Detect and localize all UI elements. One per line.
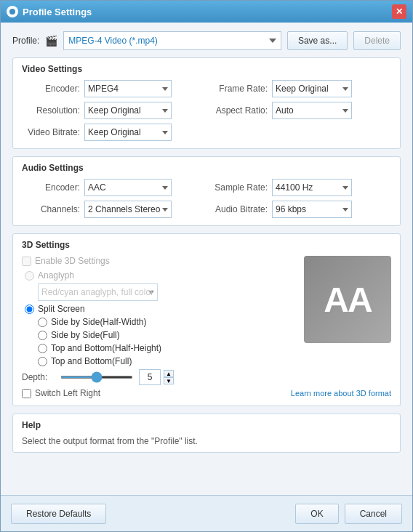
sample-rate-label: Sample Rate: xyxy=(209,182,268,193)
3d-settings-section: 3D Settings AA Enable 3D Settings Anagly… xyxy=(12,233,401,406)
main-content: Profile: 🎬 MPEG-4 Video (*.mp4) Save as.… xyxy=(1,23,412,495)
profile-label: Profile: xyxy=(12,36,39,46)
resolution-row: Resolution: Keep Original xyxy=(22,102,204,119)
video-bitrate-select[interactable]: Keep Original xyxy=(84,124,172,141)
footer-left: Restore Defaults xyxy=(11,504,295,524)
profile-settings-window: Profile Settings ✕ Profile: 🎬 MPEG-4 Vid… xyxy=(0,0,413,532)
switch-lr-label: Switch Left Right xyxy=(35,388,100,398)
audio-bitrate-select[interactable]: 96 kbps xyxy=(272,201,352,218)
footer: Restore Defaults OK Cancel xyxy=(1,495,412,531)
aspect-ratio-label: Aspect Ratio: xyxy=(209,105,268,116)
aspect-ratio-select[interactable]: Auto xyxy=(272,102,352,119)
3d-settings-title: 3D Settings xyxy=(22,240,391,250)
video-bitrate-label: Video Bitrate: xyxy=(22,127,80,137)
top-bottom-half-row: Top and Bottom(Half-Height) xyxy=(22,343,391,353)
sample-rate-select[interactable]: 44100 Hz xyxy=(272,179,352,196)
help-section: Help Select the output format from the "… xyxy=(12,414,401,453)
footer-right: OK Cancel xyxy=(295,504,402,524)
aspect-ratio-row: Aspect Ratio: Auto xyxy=(209,102,391,119)
audio-settings-section: Audio Settings Encoder: AAC Sample Rate:… xyxy=(12,156,401,226)
resolution-label: Resolution: xyxy=(22,105,80,116)
ok-button[interactable]: OK xyxy=(295,504,338,524)
audio-bitrate-label: Audio Bitrate: xyxy=(209,204,268,214)
side-full-label: Side by Side(Full) xyxy=(51,330,120,340)
help-text: Select the output format from the "Profi… xyxy=(22,436,391,446)
channels-row: Channels: 2 Channels Stereo xyxy=(22,201,204,218)
top-bottom-full-radio[interactable] xyxy=(38,357,47,366)
titlebar-icon xyxy=(7,6,18,17)
profile-row: Profile: 🎬 MPEG-4 Video (*.mp4) Save as.… xyxy=(12,31,401,50)
frame-rate-row: Frame Rate: Keep Original xyxy=(209,80,391,97)
close-button[interactable]: ✕ xyxy=(392,4,406,19)
top-bottom-full-label: Top and Bottom(Full) xyxy=(51,356,132,366)
switch-left: Switch Left Right xyxy=(22,388,100,398)
save-as-button[interactable]: Save as... xyxy=(287,31,348,50)
side-half-radio[interactable] xyxy=(38,318,47,327)
anaglyph-sub-select[interactable]: Red/cyan anaglyph, full color xyxy=(38,283,158,301)
depth-down-button[interactable]: ▼ xyxy=(164,377,174,384)
channels-label: Channels: xyxy=(22,204,80,214)
watermark-area: AA xyxy=(304,256,391,343)
frame-rate-label: Frame Rate: xyxy=(209,84,268,94)
top-bottom-half-radio[interactable] xyxy=(38,344,47,353)
split-screen-radio[interactable] xyxy=(25,305,34,314)
video-settings-section: Video Settings Encoder: MPEG4 Frame Rate… xyxy=(12,57,401,149)
audio-encoder-label: Encoder: xyxy=(22,182,80,193)
sample-rate-row: Sample Rate: 44100 Hz xyxy=(209,179,391,196)
delete-button[interactable]: Delete xyxy=(353,31,401,50)
switch-lr-checkbox[interactable] xyxy=(22,389,31,398)
anaglyph-label: Anaglyph xyxy=(38,270,74,281)
enable-3d-checkbox[interactable] xyxy=(22,257,31,266)
video-bitrate-row: Video Bitrate: Keep Original xyxy=(22,124,204,141)
depth-up-button[interactable]: ▲ xyxy=(164,370,174,377)
encoder-label: Encoder: xyxy=(22,84,80,94)
channels-select[interactable]: 2 Channels Stereo xyxy=(84,201,172,218)
depth-slider[interactable] xyxy=(60,376,133,379)
audio-settings-grid: Encoder: AAC Sample Rate: 44100 Hz xyxy=(22,179,391,218)
side-half-label: Side by Side(Half-Width) xyxy=(51,317,146,327)
depth-row: Depth: ▲ ▼ xyxy=(22,369,391,385)
anaglyph-radio[interactable] xyxy=(25,271,34,281)
encoder-select[interactable]: MPEG4 xyxy=(84,80,172,97)
switch-row: Switch Left Right Learn more about 3D fo… xyxy=(22,388,391,398)
frame-rate-select[interactable]: Keep Original xyxy=(272,80,352,97)
cancel-button[interactable]: Cancel xyxy=(345,504,402,524)
video-right-empty xyxy=(209,124,391,141)
watermark-text: AA xyxy=(324,280,371,320)
video-settings-grid: Encoder: MPEG4 Frame Rate: Keep Original xyxy=(22,80,391,141)
depth-label: Depth: xyxy=(22,372,55,382)
learn-more-link[interactable]: Learn more about 3D format xyxy=(291,389,391,398)
depth-value-input[interactable] xyxy=(139,369,161,385)
audio-bitrate-row: Audio Bitrate: 96 kbps xyxy=(209,201,391,218)
top-bottom-half-label: Top and Bottom(Half-Height) xyxy=(51,343,161,353)
encoder-row: Encoder: MPEG4 xyxy=(22,80,204,97)
help-title: Help xyxy=(22,420,391,430)
restore-defaults-button[interactable]: Restore Defaults xyxy=(11,504,106,524)
audio-settings-title: Audio Settings xyxy=(22,163,391,173)
enable-3d-label: Enable 3D Settings xyxy=(35,256,110,266)
video-settings-title: Video Settings xyxy=(22,64,391,74)
profile-file-icon: 🎬 xyxy=(45,35,57,47)
svg-point-0 xyxy=(9,9,15,15)
split-screen-label: Split Screen xyxy=(38,304,85,314)
side-full-radio[interactable] xyxy=(38,331,47,340)
top-bottom-full-row: Top and Bottom(Full) xyxy=(22,356,391,366)
titlebar: Profile Settings ✕ xyxy=(1,1,412,23)
depth-spinner: ▲ ▼ xyxy=(164,370,174,384)
audio-encoder-row: Encoder: AAC xyxy=(22,179,204,196)
resolution-select[interactable]: Keep Original xyxy=(84,102,172,119)
profile-select[interactable]: MPEG-4 Video (*.mp4) xyxy=(63,31,281,50)
titlebar-title: Profile Settings xyxy=(23,7,392,17)
audio-encoder-select[interactable]: AAC xyxy=(84,179,172,196)
